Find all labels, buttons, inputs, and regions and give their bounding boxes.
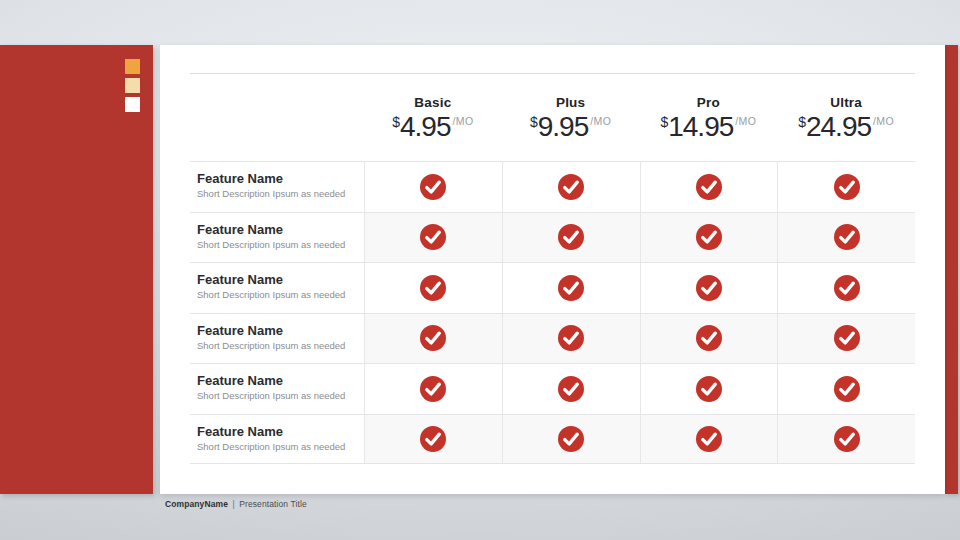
feature-description: Short Description Ipsum as needed (197, 188, 360, 200)
check-icon (558, 275, 584, 301)
pricing-table: Basic $4.95/MO Plus $9.95/MO Pro $14.95/… (190, 73, 915, 464)
feature-label-cell: Feature Name Short Description Ipsum as … (190, 314, 364, 364)
check-cell (364, 162, 502, 212)
check-cell (364, 213, 502, 263)
check-icon (420, 174, 446, 200)
check-cell (640, 364, 778, 414)
plan-price: $4.95/MO (364, 111, 502, 143)
accent-square-orange (125, 59, 140, 74)
left-accent-bar (0, 45, 153, 494)
feature-description: Short Description Ipsum as needed (197, 441, 360, 453)
check-icon (558, 325, 584, 351)
check-icon (696, 376, 722, 402)
footer-presentation-title: Presentation Title (239, 499, 306, 509)
check-icon (420, 376, 446, 402)
price-currency: $ (798, 114, 806, 130)
check-icon (696, 224, 722, 250)
feature-row: Feature Name Short Description Ipsum as … (190, 212, 915, 263)
feature-description: Short Description Ipsum as needed (197, 390, 360, 402)
check-icon (834, 174, 860, 200)
feature-row: Feature Name Short Description Ipsum as … (190, 363, 915, 414)
price-amount: 14.95 (668, 111, 733, 142)
check-cell (364, 364, 502, 414)
slide-content-panel: Basic $4.95/MO Plus $9.95/MO Pro $14.95/… (160, 45, 945, 494)
accent-squares (125, 59, 140, 112)
feature-name: Feature Name (197, 272, 360, 288)
check-cell (502, 263, 640, 313)
check-cell (502, 162, 640, 212)
price-period: /MO (453, 115, 474, 127)
plan-name: Basic (364, 95, 502, 110)
feature-label-cell: Feature Name Short Description Ipsum as … (190, 263, 364, 313)
pricing-table-header: Basic $4.95/MO Plus $9.95/MO Pro $14.95/… (190, 73, 915, 161)
check-cell (502, 364, 640, 414)
check-icon (558, 174, 584, 200)
feature-name: Feature Name (197, 222, 360, 238)
check-icon (420, 325, 446, 351)
check-icon (558, 376, 584, 402)
plan-name: Plus (502, 95, 640, 110)
plan-name: Ultra (777, 95, 915, 110)
plan-header-plus: Plus $9.95/MO (502, 74, 640, 161)
feature-row: Feature Name Short Description Ipsum as … (190, 262, 915, 313)
check-icon (834, 224, 860, 250)
check-cell (777, 162, 915, 212)
check-cell (777, 213, 915, 263)
feature-name: Feature Name (197, 171, 360, 187)
price-amount: 4.95 (400, 111, 451, 142)
check-cell (777, 364, 915, 414)
check-icon (420, 275, 446, 301)
plan-header-basic: Basic $4.95/MO (364, 74, 502, 161)
plan-price: $14.95/MO (640, 111, 778, 143)
check-cell (777, 415, 915, 464)
footer-company-name: CompanyName (165, 499, 228, 509)
check-icon (696, 426, 722, 452)
feature-description: Short Description Ipsum as needed (197, 239, 360, 251)
feature-row: Feature Name Short Description Ipsum as … (190, 161, 915, 212)
check-icon (420, 426, 446, 452)
feature-row: Feature Name Short Description Ipsum as … (190, 313, 915, 364)
accent-square-tan (125, 78, 140, 93)
check-cell (777, 263, 915, 313)
check-icon (834, 426, 860, 452)
check-cell (502, 415, 640, 464)
feature-label-cell: Feature Name Short Description Ipsum as … (190, 415, 364, 464)
feature-description: Short Description Ipsum as needed (197, 340, 360, 352)
price-amount: 9.95 (538, 111, 589, 142)
feature-name: Feature Name (197, 373, 360, 389)
plan-header-pro: Pro $14.95/MO (640, 74, 778, 161)
plan-name: Pro (640, 95, 778, 110)
plan-price: $24.95/MO (777, 111, 915, 143)
price-period: /MO (590, 115, 611, 127)
price-currency: $ (392, 114, 400, 130)
check-icon (558, 426, 584, 452)
slide-footer: CompanyName | Presentation Title (165, 499, 307, 509)
feature-row: Feature Name Short Description Ipsum as … (190, 414, 915, 465)
price-amount: 24.95 (806, 111, 871, 142)
check-cell (640, 314, 778, 364)
check-cell (640, 415, 778, 464)
check-icon (696, 325, 722, 351)
header-spacer-cell (190, 74, 364, 161)
feature-name: Feature Name (197, 424, 360, 440)
price-currency: $ (660, 114, 668, 130)
check-icon (696, 174, 722, 200)
plan-header-ultra: Ultra $24.95/MO (777, 74, 915, 161)
check-cell (502, 213, 640, 263)
check-cell (364, 314, 502, 364)
check-cell (364, 263, 502, 313)
price-period: /MO (873, 115, 894, 127)
check-icon (834, 325, 860, 351)
right-accent-bar (945, 45, 958, 494)
accent-square-white (125, 97, 140, 112)
feature-description: Short Description Ipsum as needed (197, 289, 360, 301)
price-period: /MO (735, 115, 756, 127)
check-cell (777, 314, 915, 364)
feature-name: Feature Name (197, 323, 360, 339)
price-currency: $ (530, 114, 538, 130)
feature-label-cell: Feature Name Short Description Ipsum as … (190, 162, 364, 212)
check-icon (834, 376, 860, 402)
footer-separator: | (232, 499, 234, 509)
check-cell (502, 314, 640, 364)
check-cell (640, 213, 778, 263)
